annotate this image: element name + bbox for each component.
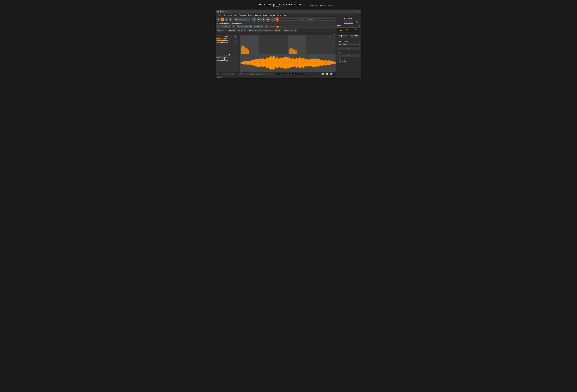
track-ding-solo[interactable]: SOLO bbox=[222, 38, 227, 40]
tab-track[interactable]: Track bbox=[344, 20, 353, 24]
menu-tools[interactable]: Tools bbox=[276, 14, 282, 16]
zoom-sel-button[interactable]: 👤 bbox=[252, 25, 256, 28]
time-start-input[interactable] bbox=[274, 73, 288, 75]
copy-button[interactable]: ⊞ bbox=[220, 25, 224, 28]
undo-button[interactable]: ↺ bbox=[237, 25, 240, 28]
plugin-chain-collapse-button[interactable]: ▲ bbox=[359, 40, 360, 42]
time-end-input[interactable] bbox=[289, 73, 304, 75]
timeline-ruler: ▽ 0 1 2 3 bbox=[216, 33, 336, 35]
volume-slider[interactable] bbox=[219, 23, 229, 24]
track-ding-expand[interactable]: ▼ bbox=[235, 36, 236, 37]
play-region-button[interactable]: ▷ bbox=[265, 25, 268, 28]
waveform-canvas-mssound[interactable] bbox=[237, 54, 336, 72]
track-ding-buttons: MUTE SOLO bbox=[216, 38, 236, 40]
time-minutes: 00 bbox=[326, 73, 328, 75]
eq-section-title: EQ bbox=[339, 25, 341, 27]
plugin-chain-power-button[interactable] bbox=[337, 40, 339, 42]
menu-view[interactable]: View bbox=[233, 14, 238, 16]
record-button[interactable]: ● bbox=[275, 17, 279, 22]
loudness-slider[interactable] bbox=[350, 35, 359, 36]
track-ding-pan-slider[interactable] bbox=[216, 42, 228, 42]
multitool-button[interactable]: ✦ bbox=[229, 18, 232, 21]
ruler-tick-4: 4 bbox=[310, 33, 310, 35]
zoom-fit-button[interactable]: ⊠ bbox=[256, 25, 260, 28]
side-panel-label: - Side panel default state - bbox=[309, 4, 334, 7]
menu-file[interactable]: File bbox=[217, 14, 221, 16]
track-mssound-mute[interactable]: MUTE bbox=[216, 56, 221, 58]
track-mssound-close[interactable]: ✕ bbox=[216, 54, 218, 56]
cursor-tool-button[interactable]: I bbox=[217, 18, 220, 21]
cut-button[interactable]: ✂ bbox=[217, 25, 220, 28]
trim-button[interactable]: ↧ bbox=[228, 25, 231, 28]
add-send-button[interactable]: + bbox=[337, 54, 360, 57]
tab-clip[interactable]: Clip bbox=[353, 20, 361, 24]
draw-button[interactable]: ✎ bbox=[260, 25, 263, 28]
menu-generate[interactable]: Generate bbox=[254, 14, 262, 16]
multitool2-button[interactable]: ✳ bbox=[242, 18, 246, 21]
draw-tool-button[interactable]: ✏ bbox=[225, 18, 228, 21]
track-mssound-solo[interactable]: SOLO bbox=[222, 56, 227, 58]
monitoring-bar[interactable]: Click to Start Monitoring bbox=[282, 18, 334, 21]
reverb-power-button[interactable] bbox=[337, 61, 338, 63]
preset-select[interactable]: Select Preset bbox=[337, 43, 360, 46]
menu-edit[interactable]: Edit bbox=[221, 14, 226, 16]
selection-mode-select[interactable]: Start and End of Selection bbox=[249, 73, 272, 75]
skip-back-button[interactable]: ⏮ bbox=[266, 17, 270, 22]
paste-button[interactable]: ⊟ bbox=[224, 25, 228, 28]
silence-button[interactable]: ↕ bbox=[232, 25, 235, 28]
menu-transport[interactable]: Transport bbox=[238, 14, 247, 16]
main-volume-slider[interactable] bbox=[270, 27, 282, 27]
speaker-icon2: 🔊 bbox=[271, 30, 273, 31]
eq-collapse-button[interactable]: ▲ bbox=[359, 25, 360, 26]
menu-select[interactable]: Select bbox=[226, 14, 232, 16]
eq-power-button[interactable] bbox=[337, 25, 339, 27]
redo-button[interactable]: ↻ bbox=[240, 25, 244, 28]
project-rate-select[interactable]: 44100 bbox=[228, 73, 235, 75]
track-ding-name-row: ✕ ding ▼ bbox=[216, 36, 236, 37]
time-hours: 00 bbox=[322, 73, 325, 75]
right-panel-header: Real time FX bbox=[336, 17, 361, 20]
zoom-out-button[interactable]: 🔎 bbox=[249, 25, 252, 28]
eq-display bbox=[337, 28, 360, 34]
track-ding-close[interactable]: ✕ bbox=[216, 36, 218, 37]
project-rate-label: Project Rate (Hz) bbox=[217, 73, 227, 75]
zoom-tool-button[interactable]: 🔍 bbox=[234, 18, 238, 21]
close-button[interactable]: ✕ bbox=[358, 11, 360, 13]
pause-button[interactable]: ⏸ bbox=[252, 17, 256, 22]
timeshift-tool-button[interactable]: ⟺ bbox=[238, 18, 242, 21]
play-button[interactable]: ▶ bbox=[257, 17, 261, 22]
pan-slider[interactable] bbox=[232, 23, 242, 24]
side-panel-text: Side panel default state bbox=[311, 4, 333, 7]
track-mssound-waveform[interactable]: 1.0 0.5 0.0 -0.5 -1.0 bbox=[237, 54, 336, 72]
track-ding-mute[interactable]: MUTE bbox=[216, 38, 221, 40]
tab-master[interactable]: Master bbox=[336, 20, 344, 24]
track-mssound-expand[interactable]: ▼ bbox=[235, 54, 236, 56]
track-mssound-collapse[interactable]: ▲ bbox=[216, 70, 218, 71]
skip-fwd-button[interactable]: ⏭ bbox=[271, 17, 275, 22]
app-icon bbox=[217, 11, 219, 13]
page-title-sub: teadrinker 2021-05-12 bbox=[257, 6, 305, 8]
envelope-tool-button[interactable]: ↔ bbox=[221, 18, 224, 21]
menu-help[interactable]: Help bbox=[282, 14, 287, 16]
maximize-button[interactable]: □ bbox=[356, 11, 357, 13]
menu-effect[interactable]: Effect bbox=[262, 14, 268, 16]
speaker-select[interactable]: Speakers (Realtek(R) Audio) bbox=[274, 29, 297, 32]
menu-tracks[interactable]: Tracks bbox=[247, 14, 253, 16]
monitoring-label: Click to Start Monitoring bbox=[300, 19, 317, 20]
plugin-chain-header: Plug-in Chain ▲ bbox=[337, 40, 360, 42]
snap-to-select[interactable]: Off bbox=[243, 73, 248, 75]
menu-analyze[interactable]: Analyze bbox=[269, 14, 276, 16]
main-content: I ↔ ✏ ✦ 🔍 ⟺ ✳ ♪ ⏸ ▶ ■ ⏮ ⏭ ● Cli bbox=[216, 17, 361, 78]
echo-power-button[interactable] bbox=[337, 59, 338, 60]
pan-slider-group bbox=[232, 23, 242, 24]
add-plugin-button[interactable]: + bbox=[337, 47, 360, 50]
brightness-slider[interactable] bbox=[338, 35, 347, 36]
volume-tool-button[interactable]: ♪ bbox=[246, 18, 250, 21]
time-dropdown[interactable]: ▾ bbox=[334, 73, 335, 75]
zoom-in-button[interactable]: 🔍 bbox=[245, 25, 249, 28]
minimize-button[interactable]: ─ bbox=[353, 11, 355, 13]
mic-select[interactable]: Headset Microphone bbox=[228, 29, 246, 32]
stop-button[interactable]: ■ bbox=[261, 17, 266, 22]
api-select[interactable]: MME bbox=[217, 29, 224, 32]
channels-select[interactable]: 2 (Stereo) Recording Channel bbox=[247, 29, 270, 32]
